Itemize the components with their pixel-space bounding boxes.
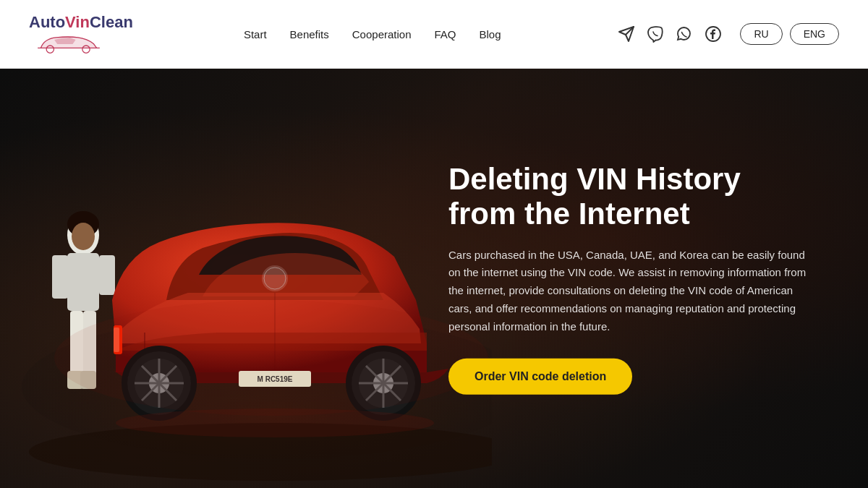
language-switcher: RU ENG bbox=[740, 23, 839, 45]
lang-eng-button[interactable]: ENG bbox=[790, 23, 839, 45]
hero-section: M RC519E bbox=[0, 69, 868, 488]
svg-rect-11 bbox=[52, 255, 68, 299]
hero-image: M RC519E bbox=[0, 69, 492, 488]
nav-faq[interactable]: FAQ bbox=[435, 28, 456, 40]
logo-clean: Clean bbox=[90, 13, 133, 31]
logo-auto: Auto bbox=[29, 13, 65, 31]
main-nav: Start Benefits Cooperation FAQ Blog bbox=[145, 28, 600, 40]
hero-description: Cars purchased in the USA, Canada, UAE, … bbox=[448, 246, 810, 335]
svg-point-35 bbox=[262, 265, 288, 291]
nav-benefits[interactable]: Benefits bbox=[290, 28, 329, 40]
header: AutoVinClean Start Benefits Cooperation … bbox=[0, 0, 868, 69]
nav-start[interactable]: Start bbox=[244, 28, 267, 40]
order-cta-button[interactable]: Order VIN code deletion bbox=[448, 359, 632, 395]
svg-rect-6 bbox=[67, 253, 99, 311]
whatsapp-icon[interactable] bbox=[675, 25, 694, 43]
hero-car-svg: M RC519E bbox=[0, 69, 492, 488]
svg-point-38 bbox=[54, 300, 488, 416]
facebook-icon[interactable] bbox=[704, 25, 723, 43]
telegram-icon[interactable] bbox=[617, 25, 636, 43]
lang-ru-button[interactable]: RU bbox=[740, 23, 782, 45]
hero-title: Deleting VIN History from the Internet bbox=[448, 162, 810, 232]
viber-icon[interactable] bbox=[646, 25, 665, 43]
logo-car-icon bbox=[29, 33, 109, 54]
social-icons bbox=[617, 25, 723, 43]
svg-point-14 bbox=[72, 223, 95, 250]
nav-blog[interactable]: Blog bbox=[480, 28, 501, 40]
logo: AutoVinClean bbox=[29, 14, 145, 54]
logo-text: AutoVinClean bbox=[29, 14, 133, 31]
logo-vin: Vin bbox=[65, 13, 90, 31]
nav-cooperation[interactable]: Cooperation bbox=[352, 28, 412, 40]
hero-content: Deleting VIN History from the Internet C… bbox=[448, 162, 810, 395]
svg-rect-12 bbox=[99, 255, 115, 295]
